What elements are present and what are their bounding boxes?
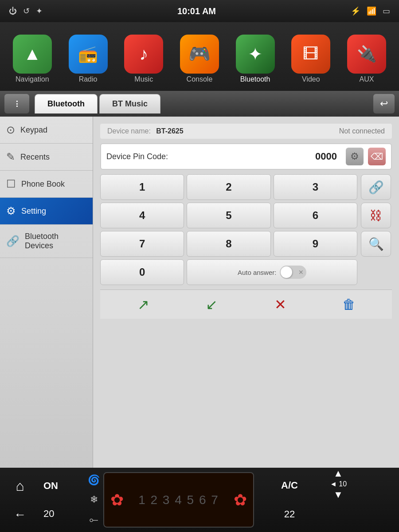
key-5[interactable]: 5 [187, 203, 270, 228]
nav-item-navigation[interactable]: ▲ Navigation [8, 35, 57, 83]
volume-controls: ▲ ◄ 10 ▼ [325, 468, 352, 532]
screen-icon: ▭ [383, 6, 390, 16]
pin-value: 0000 [315, 151, 337, 162]
ac-label: A/C [281, 480, 298, 491]
empty-area [100, 323, 392, 461]
connection-status: Not connected [339, 127, 385, 135]
setting-icon: ⚙ [6, 205, 16, 217]
connect-button[interactable]: 🔗 [361, 174, 391, 200]
call-end-button[interactable]: ✕ [265, 294, 296, 315]
keypad-icon: ⊙ [6, 124, 15, 136]
top-bar-right: ⚡ 📶 ▭ [351, 6, 390, 16]
key-6[interactable]: 6 [274, 203, 357, 228]
volume-up-button[interactable]: ▲ [333, 468, 343, 479]
sidebar-item-bluetooth-devices[interactable]: 🔗 Bluetooth Devices [0, 225, 93, 258]
bluetooth-devices-icon: 🔗 [6, 235, 20, 247]
console-icon-btn[interactable]: 🎮 [180, 35, 219, 74]
fan-ctrl-icon[interactable]: 🌀 [88, 474, 100, 486]
recents-icon: ✎ [6, 151, 15, 163]
auto-answer-toggle[interactable]: ✕ [280, 266, 306, 279]
sidebar-item-setting[interactable]: ⚙ Setting [0, 198, 93, 225]
tab-bluetooth[interactable]: Bluetooth [35, 94, 98, 113]
brightness-icon[interactable]: ✦ [36, 6, 43, 16]
search-button[interactable]: 🔍 [361, 231, 391, 257]
fan-segments: 1 2 3 4 5 6 7 [138, 493, 219, 507]
volume-down-button[interactable]: ▼ [333, 489, 343, 501]
nav-item-video[interactable]: 🎞 Video [286, 35, 335, 83]
radio-label: Radio [79, 75, 98, 83]
temp-right: 22 [284, 509, 295, 520]
gear-icon: ⚙ [350, 151, 359, 162]
call-in-button[interactable]: ↙ [196, 294, 227, 315]
music-icon-btn[interactable]: ♪ [124, 35, 163, 74]
wiper-icon[interactable]: ⟜ [89, 514, 98, 525]
disconnect-icon: ⛓ [370, 208, 382, 223]
nav-item-bluetooth[interactable]: ✦ Bluetooth [231, 35, 280, 83]
key-7[interactable]: 7 [100, 231, 184, 257]
tab-bt-music[interactable]: BT Music [99, 94, 160, 113]
device-name-label: Device name: [107, 127, 151, 135]
home-button[interactable]: ⌂ [16, 478, 24, 494]
disconnect-button[interactable]: ⛓ [361, 203, 391, 228]
key-3[interactable]: 3 [274, 174, 357, 200]
tabs-row: ⫶ Bluetooth BT Music ↩ [0, 91, 399, 117]
call-out-button[interactable]: ↗ [128, 294, 159, 315]
key-2[interactable]: 2 [187, 174, 270, 200]
main-panel: Device name: BT-2625 Not connected Devic… [93, 117, 399, 468]
pin-label: Device Pin Code: [106, 152, 311, 161]
fan-seg-5: 5 [187, 493, 199, 507]
ac-ctrl-icon[interactable]: ❄ [90, 494, 98, 505]
nav-item-aux[interactable]: 🔌 AUX [342, 35, 391, 83]
toggle-x-icon: ✕ [298, 269, 304, 276]
clock: 10:01 AM [177, 6, 216, 16]
keypad-area: 1 2 3 4 5 6 7 8 9 0 Auto answer: ✕ [100, 174, 392, 285]
radio-icon-btn[interactable]: 📻 [69, 35, 108, 74]
sidebar-item-phonebook[interactable]: ☐ Phone Book [0, 171, 93, 198]
key-1[interactable]: 1 [100, 174, 184, 200]
keypad-grid: 1 2 3 4 5 6 7 8 9 0 Auto answer: ✕ [100, 174, 357, 285]
recents-label: Recents [20, 153, 50, 162]
sidebar-item-keypad[interactable]: ⊙ Keypad [0, 117, 93, 144]
bluetooth-icon-btn[interactable]: ✦ [236, 35, 275, 74]
sidebar: ⊙ Keypad ✎ Recents ☐ Phone Book ⚙ Settin… [0, 117, 93, 468]
toggle-knob [281, 266, 292, 278]
power-icon[interactable]: ⏻ [9, 7, 17, 16]
aux-icon-btn[interactable]: 🔌 [347, 35, 386, 74]
nav-item-console[interactable]: 🎮 Console [175, 35, 224, 83]
delete-button[interactable]: 🗑 [333, 294, 364, 315]
bottom-center-left: ON 20 [40, 468, 84, 532]
connect-icon: 🔗 [368, 180, 384, 195]
navigation-icon-btn[interactable]: ▲ [13, 35, 52, 74]
aux-label: AUX [360, 75, 374, 83]
on-label: ON [43, 480, 81, 492]
sidebar-item-recents[interactable]: ✎ Recents [0, 144, 93, 171]
nav-item-music[interactable]: ♪ Music [119, 35, 168, 83]
bottom-right: A/C 22 [254, 468, 325, 532]
bottom-left: ⌂ ← [0, 468, 40, 532]
back-nav-button[interactable]: ← [14, 508, 26, 522]
auto-answer-label: Auto answer: [238, 269, 277, 276]
console-label: Console [187, 75, 213, 83]
music-label: Music [134, 75, 153, 83]
content-row: ⊙ Keypad ✎ Recents ☐ Phone Book ⚙ Settin… [0, 117, 399, 468]
main-area: ⫶ Bluetooth BT Music ↩ ⊙ Keypad ✎ Recent… [0, 91, 399, 468]
fan-seg-3: 3 [163, 493, 175, 507]
fan-icon-right: ✿ [234, 491, 247, 509]
eq-button[interactable]: ⫶ [4, 94, 29, 113]
bluetooth-nav-icon: ✦ [248, 44, 263, 64]
key-8[interactable]: 8 [187, 231, 270, 257]
clear-icon: ⌫ [371, 151, 383, 162]
navigation-label: Navigation [16, 75, 49, 83]
pin-clear-button[interactable]: ⌫ [368, 148, 386, 165]
fan-display: ✿ 1 2 3 4 5 6 7 ✿ [103, 472, 254, 528]
back-button[interactable]: ↩ [373, 94, 395, 113]
key-0[interactable]: 0 [100, 259, 184, 285]
navigation-icon: ▲ [23, 44, 41, 64]
refresh-icon[interactable]: ↺ [23, 6, 30, 16]
key-4[interactable]: 4 [100, 203, 184, 228]
nav-item-radio[interactable]: 📻 Radio [64, 35, 113, 83]
delete-icon: 🗑 [342, 297, 356, 312]
video-icon-btn[interactable]: 🎞 [291, 35, 330, 74]
pin-settings-button[interactable]: ⚙ [346, 148, 364, 165]
key-9[interactable]: 9 [274, 231, 357, 257]
